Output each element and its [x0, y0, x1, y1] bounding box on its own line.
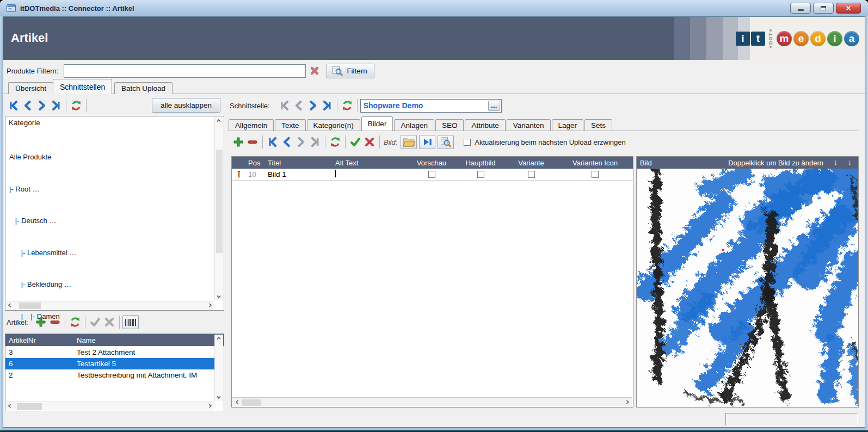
cell-name: Testbeschreibung mit Attachment, IM — [77, 371, 214, 379]
update-on-upload-checkbox[interactable] — [464, 139, 471, 146]
interface-next-button[interactable] — [306, 98, 320, 113]
scrollbar-thumb[interactable] — [216, 150, 223, 253]
image-table-row[interactable]: I 10 Bild 1 — [232, 169, 633, 181]
image-last-button[interactable] — [308, 135, 322, 149]
scroll-right-icon[interactable] — [206, 402, 214, 410]
artikel-horizontal-scrollbar[interactable] — [6, 402, 214, 410]
artwork-image[interactable] — [637, 169, 858, 407]
interface-refresh-button[interactable] — [340, 98, 354, 113]
interface-more-button[interactable]: … — [488, 101, 500, 111]
artikel-apply-button[interactable] — [88, 315, 102, 329]
status-bar — [3, 411, 865, 427]
product-filter-input[interactable] — [64, 64, 306, 78]
preview-image-button[interactable] — [438, 135, 454, 149]
tab-texte[interactable]: Texte — [275, 119, 305, 131]
image-refresh-button[interactable] — [328, 135, 342, 149]
image-previous-button[interactable] — [280, 135, 294, 149]
category-last-button[interactable] — [49, 98, 63, 113]
tab-allgemein[interactable]: Allgemein — [229, 119, 274, 131]
tab-varianten[interactable]: Varianten — [507, 119, 551, 131]
scrollbar-thumb[interactable] — [19, 303, 41, 309]
barcode-button[interactable] — [122, 315, 139, 329]
tab-lager[interactable]: Lager — [552, 119, 584, 131]
tab-kategorien[interactable]: Kategorie(n) — [307, 119, 360, 131]
variante-checkbox[interactable] — [528, 171, 535, 178]
scroll-up-icon[interactable] — [215, 117, 223, 125]
artikel-add-button[interactable] — [34, 315, 48, 329]
tab-seo[interactable]: SEO — [435, 119, 464, 131]
artikel-cancel-button[interactable] — [102, 315, 116, 329]
category-refresh-button[interactable] — [69, 98, 83, 113]
scrollbar-thumb[interactable] — [17, 403, 42, 410]
maximize-button[interactable] — [813, 3, 834, 14]
minimize-button[interactable] — [790, 3, 811, 14]
clear-filter-button[interactable] — [308, 64, 321, 77]
tab-sets[interactable]: Sets — [584, 119, 612, 131]
schnittstelle-label: Schnittstelle: — [230, 102, 270, 110]
artikel-refresh-button[interactable] — [68, 315, 82, 329]
tree-item[interactable]: Alle Produkte — [9, 152, 81, 163]
expand-all-button[interactable]: alle ausklappen — [152, 98, 220, 113]
image-first-button[interactable] — [266, 135, 280, 149]
scroll-right-icon[interactable] — [624, 398, 631, 406]
cell-titel[interactable]: Bild 1 — [266, 170, 333, 178]
tab-uebersicht[interactable]: Übersicht — [8, 82, 53, 94]
add-plus-icon — [35, 316, 47, 328]
interface-last-button[interactable] — [320, 98, 334, 113]
vorschau-checkbox[interactable] — [428, 171, 435, 178]
x-icon-disabled — [103, 316, 115, 328]
tree-item[interactable]: |- Deutsch … — [9, 215, 81, 226]
tab-schnittstellen[interactable]: Schnittstellen — [53, 79, 112, 94]
maximize-icon — [821, 6, 826, 10]
category-horizontal-scrollbar[interactable] — [6, 301, 214, 310]
tree-item[interactable]: |- Root … — [9, 184, 81, 195]
image-down-arrow-icon[interactable]: ↓ — [848, 158, 852, 166]
tab-attribute[interactable]: Attribute — [465, 119, 505, 131]
artikel-table-header: ArtikelNr Name — [5, 334, 224, 346]
interface-select[interactable]: Shopware Demo … — [360, 99, 502, 113]
image-remove-button[interactable] — [245, 135, 260, 149]
artikel-remove-button[interactable] — [48, 315, 62, 329]
scroll-up-icon[interactable] — [215, 335, 223, 342]
varianten-icon-checkbox[interactable] — [592, 171, 599, 178]
cell-hauptbild — [456, 171, 505, 178]
next-record-icon-disabled — [295, 136, 307, 148]
open-image-button[interactable] — [401, 135, 417, 149]
tree-item[interactable]: |- Lebensmittel … — [9, 248, 81, 258]
image-next-button[interactable] — [294, 135, 308, 149]
column-variante: Variante — [505, 159, 557, 167]
interface-previous-button[interactable] — [292, 98, 306, 113]
image-down-arrow-icon[interactable]: ↓ — [834, 158, 838, 166]
tree-item[interactable]: |- Bekleidung … — [9, 279, 81, 290]
category-first-button[interactable] — [7, 98, 21, 113]
table-row-selected[interactable]: 6 Testartikel 5 — [5, 358, 214, 369]
image-apply-button[interactable] — [348, 135, 362, 149]
tab-bilder[interactable]: Bilder — [361, 116, 393, 131]
scroll-down-icon[interactable] — [215, 293, 223, 300]
scrollbar-thumb[interactable] — [242, 399, 261, 406]
title-bar[interactable]: itDOTmedia :: Connector :: Artikel ✕ — [0, 0, 868, 16]
hauptbild-checkbox[interactable] — [477, 171, 484, 178]
image-cancel-button[interactable] — [362, 135, 377, 149]
table-row[interactable]: 3 Test 2 Attachment — [5, 347, 214, 358]
scroll-left-icon[interactable] — [6, 301, 14, 309]
filtern-button[interactable]: Filtern — [327, 64, 374, 78]
artikel-vertical-scrollbar[interactable] — [214, 335, 223, 401]
image-add-button[interactable] — [231, 135, 245, 149]
tab-anlagen[interactable]: Anlagen — [394, 119, 434, 131]
scroll-left-icon[interactable] — [6, 402, 14, 410]
close-button[interactable]: ✕ — [836, 3, 861, 14]
table-row[interactable]: 2 Testbeschreibung mit Attachment, IM — [5, 369, 214, 381]
category-previous-button[interactable] — [21, 98, 35, 113]
upload-image-button[interactable] — [419, 135, 435, 149]
cell-alt-text-input[interactable] — [333, 170, 407, 179]
scroll-down-icon[interactable] — [215, 393, 223, 401]
category-next-button[interactable] — [35, 98, 49, 113]
scroll-left-icon[interactable] — [233, 398, 241, 406]
tab-batch-upload[interactable]: Batch Upload — [114, 82, 173, 94]
interface-first-button[interactable] — [278, 98, 292, 113]
add-plus-icon — [232, 136, 244, 148]
images-horizontal-scrollbar[interactable] — [232, 397, 632, 406]
category-vertical-scrollbar[interactable] — [214, 117, 223, 300]
scroll-right-icon[interactable] — [206, 301, 214, 309]
